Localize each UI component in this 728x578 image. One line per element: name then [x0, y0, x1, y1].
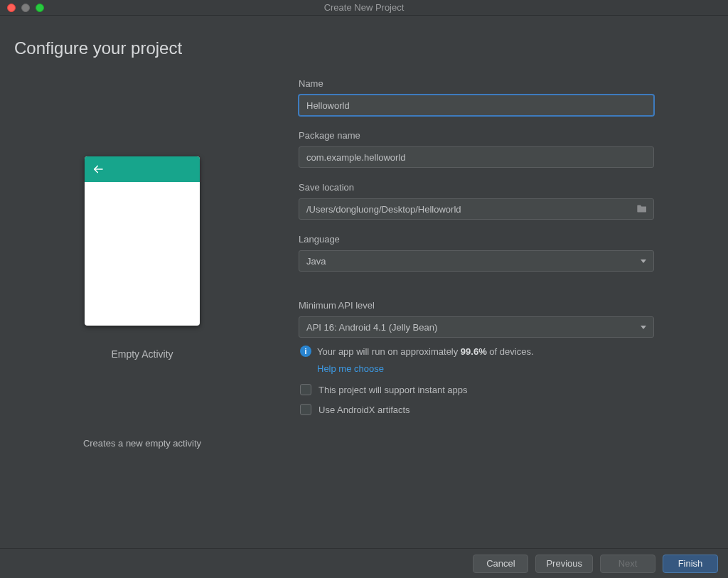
- page-heading: Configure your project: [14, 38, 714, 58]
- next-button: Next: [600, 555, 655, 573]
- back-arrow-icon: [92, 163, 105, 176]
- api-info-prefix: Your app will run on approximately: [317, 346, 461, 357]
- template-description: Creates a new empty activity: [83, 438, 201, 449]
- footer: Cancel Previous Next Finish: [0, 548, 728, 578]
- cancel-button[interactable]: Cancel: [473, 555, 528, 573]
- package-input-wrapper: [299, 146, 654, 168]
- help-me-choose-link[interactable]: Help me choose: [317, 362, 384, 376]
- name-field-group: Name: [299, 78, 668, 116]
- window-title: Create New Project: [0, 2, 728, 13]
- language-select[interactable]: Java: [299, 250, 654, 272]
- min-api-label: Minimum API level: [299, 300, 668, 311]
- api-info-text: Your app will run on approximately 99.6%…: [317, 345, 534, 375]
- package-label: Package name: [299, 130, 668, 141]
- columns: Empty Activity Creates a new empty activ…: [14, 78, 714, 449]
- info-icon: i: [300, 346, 311, 357]
- save-location-label: Save location: [299, 182, 668, 193]
- api-info-row: i Your app will run on approximately 99.…: [299, 345, 668, 375]
- package-field-group: Package name: [299, 130, 668, 168]
- name-input[interactable]: [306, 100, 646, 111]
- androidx-label: Use AndroidX artifacts: [318, 405, 410, 415]
- finish-button[interactable]: Finish: [663, 555, 718, 573]
- language-field-group: Language Java: [299, 234, 668, 272]
- instant-apps-label: This project will support instant apps: [318, 385, 468, 395]
- api-info-pct: 99.6%: [461, 346, 487, 357]
- preview-appbar: [85, 156, 200, 182]
- min-api-value: API 16: Android 4.1 (Jelly Bean): [306, 322, 437, 333]
- name-input-wrapper: [299, 95, 654, 116]
- language-label: Language: [299, 234, 668, 245]
- save-location-field-group: Save location: [299, 182, 668, 220]
- titlebar: Create New Project: [0, 0, 728, 16]
- min-api-select[interactable]: API 16: Android 4.1 (Jelly Bean): [299, 316, 654, 338]
- save-location-input-wrapper: [299, 198, 654, 220]
- browse-folder-icon[interactable]: [636, 203, 648, 215]
- chevron-down-icon: [641, 259, 646, 263]
- chevron-down-icon: [641, 326, 646, 329]
- api-info-suffix: of devices.: [487, 346, 534, 357]
- package-input[interactable]: [306, 152, 646, 163]
- template-preview: [85, 156, 200, 326]
- instant-apps-checkbox[interactable]: [300, 384, 311, 395]
- content-area: Configure your project Empty Activity Cr…: [0, 16, 728, 548]
- previous-button[interactable]: Previous: [535, 555, 593, 573]
- save-location-input[interactable]: [306, 204, 632, 215]
- template-name: Empty Activity: [111, 348, 173, 360]
- instant-apps-row: This project will support instant apps: [299, 384, 668, 395]
- preview-column: Empty Activity Creates a new empty activ…: [14, 78, 270, 449]
- min-api-field-group: Minimum API level API 16: Android 4.1 (J…: [299, 300, 668, 415]
- androidx-row: Use AndroidX artifacts: [299, 404, 668, 415]
- language-value: Java: [306, 256, 326, 267]
- name-label: Name: [299, 78, 668, 89]
- androidx-checkbox[interactable]: [300, 404, 311, 415]
- form-column: Name Package name Save location: [299, 78, 668, 449]
